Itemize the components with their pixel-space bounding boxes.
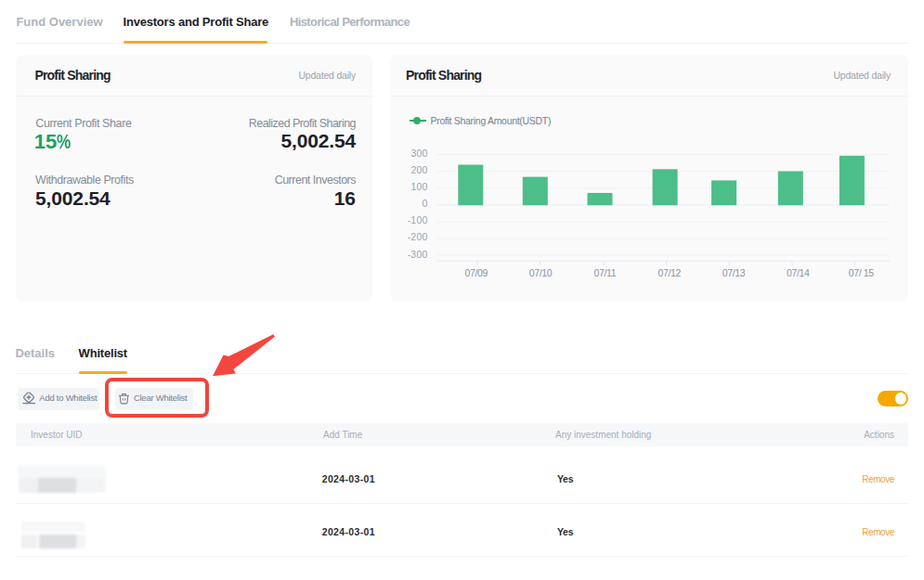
svg-text:100: 100 [410, 181, 427, 192]
svg-text:07/11: 07/11 [593, 267, 616, 278]
svg-text:07/14: 07/14 [787, 267, 810, 278]
svg-text:-300: -300 [408, 249, 428, 260]
svg-text:200: 200 [410, 164, 427, 175]
svg-text:07/09: 07/09 [464, 267, 488, 278]
svg-text:07/13: 07/13 [722, 267, 746, 278]
svg-text:0: 0 [422, 198, 427, 209]
svg-text:-100: -100 [408, 214, 428, 226]
svg-text:07/ 15: 07/ 15 [849, 267, 875, 278]
svg-text:-200: -200 [408, 231, 428, 242]
svg-text:07/12: 07/12 [657, 267, 681, 278]
svg-text:300: 300 [410, 148, 427, 159]
svg-text:07/10: 07/10 [529, 267, 553, 278]
